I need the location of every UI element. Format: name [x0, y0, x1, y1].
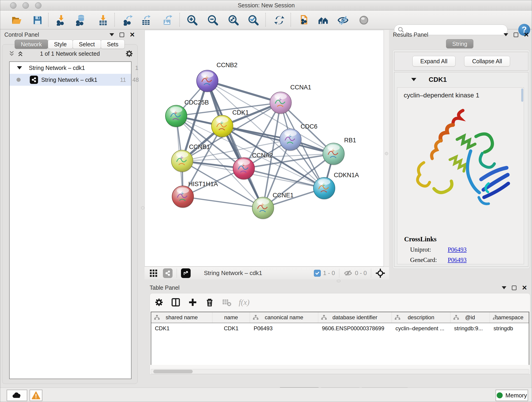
- toolbar-separator: [265, 13, 266, 27]
- warnings-button[interactable]: [30, 390, 42, 401]
- delete-column-icon[interactable]: [205, 298, 215, 307]
- tab-network[interactable]: Network: [15, 40, 48, 49]
- panel-float-icon[interactable]: [514, 32, 518, 37]
- table-cell[interactable]: cyclin–dependent ...: [392, 325, 450, 332]
- panel-collapse-icon[interactable]: [502, 286, 506, 289]
- network-options-gear-icon[interactable]: [125, 50, 133, 58]
- tab-style[interactable]: Style: [48, 40, 73, 49]
- table-horizontal-scrollbar[interactable]: [151, 369, 529, 374]
- table-cell[interactable]: CDK1: [212, 325, 250, 332]
- column-header--id[interactable]: @id: [450, 312, 490, 323]
- table-row[interactable]: CDK1CDK1P064939606.ENSP00000378699cyclin…: [151, 323, 529, 334]
- network-collection-row[interactable]: String Network – cdk1 1: [10, 62, 131, 74]
- panel-collapse-icon[interactable]: [504, 33, 508, 36]
- crosslink-label: GeneCard:: [404, 256, 448, 264]
- crosslink-link[interactable]: P06493: [448, 246, 467, 253]
- zoom-out-button[interactable]: [207, 14, 219, 26]
- splitter-handle-left[interactable]: [141, 206, 144, 210]
- home-button[interactable]: [317, 14, 329, 26]
- panel-collapse-icon[interactable]: [109, 33, 114, 36]
- results-scrollbar-thumb[interactable]: [521, 89, 523, 102]
- export-network-button[interactable]: [122, 14, 134, 26]
- hidden-elements-icon: [343, 269, 353, 278]
- panel-float-icon[interactable]: [512, 286, 516, 290]
- section-expander-icon[interactable]: [411, 78, 416, 81]
- birds-eye-grid-icon[interactable]: [149, 269, 158, 278]
- export-image-button[interactable]: [162, 14, 173, 26]
- application-window: Session: New Session: [0, 0, 532, 402]
- node-label-CDC6: CDC6: [301, 123, 317, 130]
- window-zoom-button[interactable]: [35, 2, 41, 9]
- network-list: String Network – cdk1 1 String Network: [9, 61, 132, 379]
- network-row-selected[interactable]: String Network – cdk1 11 48: [10, 74, 131, 86]
- table-cell[interactable]: 9606.ENSP00000378699: [318, 325, 392, 332]
- memory-button[interactable]: Memory: [496, 390, 528, 401]
- export-table-button[interactable]: [140, 14, 152, 26]
- tab-sets[interactable]: Sets: [101, 40, 125, 49]
- show-graphics-button[interactable]: [358, 14, 370, 26]
- current-network-name: String Network – cdk1: [204, 269, 262, 277]
- column-header-namespace[interactable]: namespace: [490, 312, 529, 323]
- collapse-all-button[interactable]: Collapse All: [464, 56, 510, 66]
- window-close-button[interactable]: [10, 2, 17, 9]
- network-view-toolbar: String Network – cdk1 1 - 0 0 - 0: [145, 267, 389, 279]
- refresh-button[interactable]: [273, 14, 285, 26]
- column-header-label: description: [408, 314, 434, 321]
- zoom-fit-button[interactable]: [228, 14, 239, 26]
- expand-all-button[interactable]: Expand All: [412, 56, 456, 66]
- add-column-icon[interactable]: [188, 298, 197, 307]
- import-network-from-database-button[interactable]: [75, 14, 86, 26]
- network-view-canvas[interactable]: CCNB2CCNA1CDC25BCDK1CDC6RB1CCNB1CCNA2CDK…: [145, 30, 384, 267]
- import-network-file-button[interactable]: [56, 14, 67, 26]
- table-options-gear-icon[interactable]: [154, 298, 164, 307]
- save-session-button[interactable]: [32, 14, 43, 26]
- network-right-gutter: [384, 30, 389, 267]
- open-in-new-window-button[interactable]: [181, 268, 191, 278]
- zoom-in-button[interactable]: [186, 14, 198, 26]
- crosslinks-section: CrossLinks Uniprot:P06493GeneCard:P06493…: [404, 235, 511, 264]
- shared-column-icon: [253, 315, 259, 320]
- tree-expander-icon[interactable]: [17, 66, 22, 70]
- panel-close-icon[interactable]: ✕: [524, 32, 529, 37]
- network-overview-toggle[interactable]: [163, 268, 172, 278]
- import-table-file-button[interactable]: [97, 14, 109, 26]
- panel-close-icon[interactable]: ✕: [130, 32, 135, 37]
- hide-unhide-button[interactable]: [337, 14, 349, 26]
- column-header-name[interactable]: name: [212, 312, 250, 323]
- column-header-shared-name[interactable]: shared name: [151, 312, 212, 323]
- table-cell[interactable]: P06493: [250, 325, 318, 332]
- import-network-icon: [56, 15, 67, 26]
- column-header-description[interactable]: description: [392, 312, 450, 323]
- panel-close-icon[interactable]: ✕: [522, 286, 527, 290]
- window-minimize-button[interactable]: [22, 2, 29, 9]
- panel-float-icon[interactable]: [120, 32, 124, 37]
- results-panel-title: Results Panel: [393, 32, 428, 38]
- tab-string[interactable]: String: [446, 39, 473, 48]
- results-panel: Results Panel ✕ String Expand All Collap…: [390, 30, 532, 283]
- splitter-handle-bottom[interactable]: [337, 280, 341, 282]
- string-network-graph[interactable]: CCNB2CCNA1CDC25BCDK1CDC6RB1CCNB1CCNA2CDK…: [145, 30, 384, 266]
- network-from-document-button[interactable]: [298, 14, 310, 26]
- fit-selected-crosshair-icon[interactable]: [375, 268, 385, 278]
- scrollbar-thumb[interactable]: [153, 370, 193, 373]
- open-session-button[interactable]: [11, 14, 22, 26]
- toolbar-separator: [114, 13, 115, 27]
- node-CCNE1: CCNE1: [252, 192, 294, 220]
- splitter-handle-right[interactable]: [385, 152, 388, 155]
- column-header-canonical-name[interactable]: canonical name: [250, 312, 318, 323]
- table-cell[interactable]: CDK1: [151, 325, 212, 332]
- cloud-status-button[interactable]: [7, 390, 27, 401]
- selected-nodes-checkbox[interactable]: [314, 270, 321, 277]
- footer-separator: [177, 269, 177, 278]
- node-section-header[interactable]: CDK1: [394, 72, 528, 87]
- table-cell[interactable]: stringdb: [490, 325, 529, 332]
- column-header-database-identifier[interactable]: database identifier: [318, 312, 392, 323]
- control-panel: Control Panel ✕ Network Style Select Set…: [2, 30, 138, 384]
- footer-separator: [339, 269, 339, 278]
- tab-select[interactable]: Select: [73, 40, 101, 49]
- crosslink-link[interactable]: P06493: [448, 256, 467, 264]
- show-columns-icon[interactable]: [171, 298, 181, 307]
- table-cell[interactable]: stringdb:9...: [450, 325, 490, 332]
- window-title: Session: New Session: [238, 2, 295, 9]
- zoom-selected-button[interactable]: [248, 14, 259, 26]
